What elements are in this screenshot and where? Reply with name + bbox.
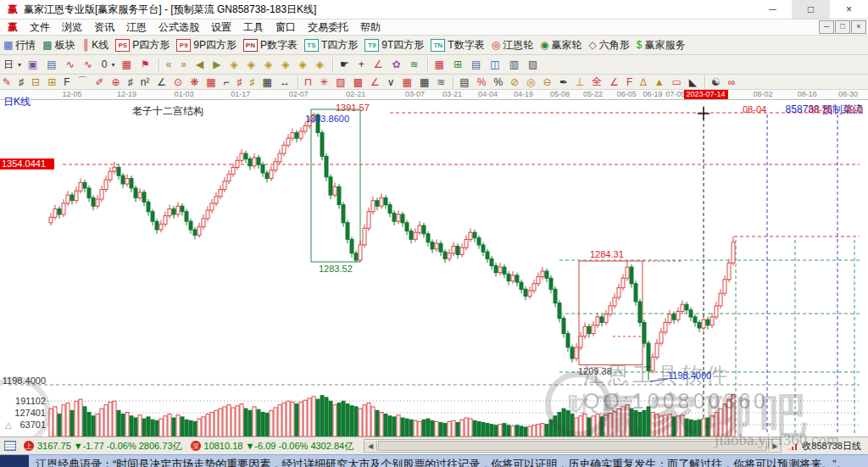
draw-angle3-button[interactable]: ∠ bbox=[607, 76, 624, 88]
hand-tool-button[interactable]: ☛ bbox=[337, 57, 355, 72]
draw-rect-button[interactable]: ▭ bbox=[670, 76, 687, 88]
draw-pen-button[interactable]: ✎ bbox=[0, 76, 16, 88]
draw-wedge-button[interactable]: ◣ bbox=[687, 76, 702, 88]
zoom-diamond-4-button[interactable]: ◈ bbox=[278, 57, 295, 72]
draw-angle1-button[interactable]: ∠ bbox=[154, 76, 171, 88]
nav-prev-button[interactable]: ◀ bbox=[192, 57, 209, 72]
draw-grid3-button[interactable]: ▦ bbox=[400, 76, 417, 88]
wave-up-button[interactable]: ∿ bbox=[63, 57, 81, 72]
draw-gold-circle-button[interactable]: ◎ bbox=[524, 76, 540, 88]
zoom-diamond-6-button[interactable]: ◈ bbox=[313, 57, 330, 72]
period-day-dropdown-button[interactable]: 日▾ bbox=[0, 57, 25, 72]
draw-angle2-button[interactable]: ∠ bbox=[368, 76, 385, 88]
draw-grid-red-button[interactable]: ▦ bbox=[203, 76, 220, 88]
t-number-button[interactable]: TNT数字表 bbox=[427, 37, 487, 53]
braid-tool-button[interactable]: ≋ bbox=[407, 57, 425, 72]
calendar-tool-button[interactable]: ▦ bbox=[431, 57, 450, 72]
draw-zigzag-button[interactable]: ∨ bbox=[385, 76, 400, 88]
wave-down-button[interactable]: ∿ bbox=[81, 57, 98, 72]
draw-delta-button[interactable]: ∆ bbox=[637, 76, 651, 88]
draw-f-button[interactable]: F bbox=[61, 76, 75, 88]
menu-item-工具[interactable]: 工具 bbox=[237, 20, 270, 35]
draw-hash2-button[interactable]: ♯ bbox=[125, 76, 138, 88]
draw-perp-button[interactable]: ⊥ bbox=[573, 76, 589, 88]
draw-list-button[interactable]: ▤ bbox=[457, 76, 474, 88]
draw-gold-slash-button[interactable]: ⊘ bbox=[508, 76, 524, 88]
form-tool-button[interactable]: ▤ bbox=[468, 57, 487, 72]
draw-fan-button[interactable]: ❋ bbox=[187, 76, 203, 88]
nav-first-button[interactable]: « bbox=[163, 57, 178, 72]
draw-gamma-button[interactable]: ⌐ bbox=[221, 76, 235, 88]
draw-hash-gold-button[interactable]: ♯ bbox=[248, 76, 260, 88]
winner-wheel-button[interactable]: ◉赢家轮 bbox=[537, 37, 585, 53]
draw-pct-button[interactable]: % bbox=[491, 76, 508, 88]
gann-wheel-button[interactable]: ◎江恩轮 bbox=[488, 37, 537, 53]
draw-width-button[interactable]: ↔ bbox=[277, 76, 295, 88]
draw-rays-button[interactable]: ✳ bbox=[317, 76, 333, 88]
scroll-left-icon[interactable]: ◀ bbox=[364, 441, 377, 451]
winner-service-button[interactable]: $赢家服务 bbox=[633, 37, 689, 53]
draw-gold-line-button[interactable]: ⊖ bbox=[541, 76, 557, 88]
anchor-marker[interactable]: △ bbox=[5, 420, 12, 430]
infinity-tool-button[interactable]: ∞ bbox=[726, 76, 741, 88]
adjust-dropdown-button[interactable]: 0▾ bbox=[98, 57, 119, 72]
draw-n2-button[interactable]: n² bbox=[138, 76, 155, 88]
kxian-button[interactable]: ║K线 bbox=[79, 37, 113, 53]
export-tool-button[interactable]: ▨ bbox=[525, 57, 543, 72]
zoom-diamond-1-button[interactable]: ◈ bbox=[226, 57, 243, 72]
close-button[interactable]: × bbox=[830, 0, 868, 19]
grid-red-button[interactable]: ▦ bbox=[119, 57, 137, 72]
draw-target-button[interactable]: ⊙ bbox=[171, 76, 187, 88]
draw-hash1-button[interactable]: ♯ bbox=[16, 76, 29, 88]
draw-grid4-button[interactable]: ▦ bbox=[417, 76, 434, 88]
mdi-restore-button[interactable]: □ bbox=[835, 20, 850, 34]
zoom-diamond-5-button[interactable]: ◈ bbox=[295, 57, 312, 72]
draw-waves-button[interactable]: ≋ bbox=[434, 76, 450, 88]
zoom-diamond-3-button[interactable]: ◈ bbox=[261, 57, 278, 72]
menu-item-设置[interactable]: 设置 bbox=[205, 20, 237, 35]
crosshair-tool-button[interactable]: + bbox=[355, 57, 370, 72]
draw-shade1-button[interactable]: ▨ bbox=[333, 76, 350, 88]
draw-pct-red-button[interactable]: % bbox=[475, 76, 492, 88]
flower-tool-button[interactable]: ✿ bbox=[388, 57, 406, 72]
menu-item-帮助[interactable]: 帮助 bbox=[354, 20, 387, 35]
chart-horizontal-scrollbar[interactable]: ◀ ▶ bbox=[364, 439, 782, 453]
menu-item-江恩[interactable]: 江恩 bbox=[120, 20, 153, 35]
szse-index-quote[interactable]: 10810.18 ▼-6.09 -0.06% 4302.84亿 bbox=[204, 440, 354, 453]
draw-speed-button[interactable]: ▲ bbox=[652, 76, 670, 88]
taiji-tool-button[interactable]: ☯ bbox=[709, 76, 726, 88]
quote-grid-icon[interactable] bbox=[4, 441, 16, 451]
draw-gold-box2-button[interactable]: ⊞ bbox=[45, 76, 61, 88]
menu-item-文件[interactable]: 文件 bbox=[24, 20, 56, 35]
menu-item-浏览[interactable]: 浏览 bbox=[56, 20, 88, 35]
draw-grid2-button[interactable]: ▦ bbox=[260, 76, 277, 88]
draw-quan-button[interactable]: 全 bbox=[589, 76, 607, 88]
9t-square-button[interactable]: T99T四方形 bbox=[361, 37, 427, 53]
disk-tool-button[interactable]: ▥ bbox=[506, 57, 525, 72]
menu-item-交易委托[interactable]: 交易委托 bbox=[302, 20, 354, 35]
draw-arc-button[interactable]: ⌒ bbox=[75, 76, 93, 88]
scrollbar-thumb[interactable] bbox=[378, 441, 767, 451]
draw-pen2-button[interactable]: ✐ bbox=[93, 76, 109, 88]
minimize-button[interactable]: ─ bbox=[754, 0, 792, 19]
flag-button[interactable]: ⚑ bbox=[137, 57, 156, 72]
maximize-button[interactable]: □ bbox=[792, 0, 830, 19]
t-square-button[interactable]: TST四方形 bbox=[301, 37, 361, 53]
p-number-button[interactable]: PNP数字表 bbox=[240, 37, 301, 53]
9p-square-button[interactable]: P99P四方形 bbox=[173, 37, 240, 53]
mdi-minimize-button[interactable]: ─ bbox=[819, 20, 834, 34]
save-tool-button[interactable]: ◫ bbox=[487, 57, 505, 72]
p-square-button[interactable]: PSP四方形 bbox=[112, 37, 173, 53]
draw-shade2-button[interactable]: ▩ bbox=[351, 76, 368, 88]
bankuai-button[interactable]: ▩板块 bbox=[39, 37, 78, 53]
hangqing-button[interactable]: ▦行情 bbox=[0, 37, 39, 53]
draw-gold-box1-button[interactable]: ⊟ bbox=[29, 76, 45, 88]
draw-hash-red-button[interactable]: ♯ bbox=[235, 76, 248, 88]
draw-channel-button[interactable]: ⊓ bbox=[302, 76, 317, 88]
draw-ink-button[interactable]: ✒ bbox=[557, 76, 573, 88]
draw-circle-cross-button[interactable]: ⊕ bbox=[109, 76, 125, 88]
mdi-close-button[interactable]: × bbox=[851, 20, 866, 34]
scroll-right-icon[interactable]: ▶ bbox=[768, 441, 781, 451]
zoom-diamond-2-button[interactable]: ◈ bbox=[244, 57, 261, 72]
clipboard-button[interactable]: ▤ bbox=[43, 57, 62, 72]
